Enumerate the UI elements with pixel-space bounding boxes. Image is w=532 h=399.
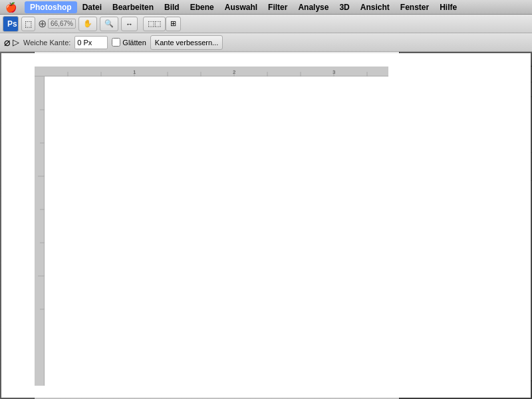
main-area: T — [0, 52, 532, 399]
smooth-checkbox-label[interactable]: Glätten — [112, 38, 146, 47]
layer-row-farbfullung[interactable]: 👁 Farbfüllung 1 — [400, 125, 532, 153]
edge-input[interactable] — [74, 36, 108, 49]
menu-photoshop[interactable]: Photoshop — [25, 1, 77, 13]
menu-bearbeiten[interactable]: Bearbeiten — [107, 1, 159, 13]
ruler-top: 1 2 3 — [35, 66, 388, 76]
menu-bar: 🍎 Photoshop Datei Bearbeiten Bild Ebene … — [0, 0, 532, 15]
options-bar: Ps ⬚ ⊕ 66,67% ✋ 🔍 ↔ ⬚⬚ ⊞ — [0, 15, 532, 33]
layout-btn2[interactable]: ⊞ — [166, 17, 181, 31]
menu-bild[interactable]: Bild — [159, 1, 185, 13]
layout-btn[interactable]: ⬚⬚ — [143, 17, 166, 31]
zoom-tool[interactable]: 🔍 — [100, 17, 118, 31]
zoom-display: 66,67% — [48, 19, 76, 29]
ruler-left — [35, 76, 45, 386]
tool-mode-icon: ▷ — [13, 37, 19, 47]
extra-btn[interactable]: ↔ — [121, 17, 138, 31]
second-bar: ⌀ ▷ Weiche Kante: Glätten Kante verbesse… — [0, 33, 532, 52]
lasso-tool-icon: ⌀ — [4, 36, 11, 49]
layer-thumb-farbfullung — [416, 130, 434, 148]
ps-logo-btn[interactable]: Ps — [3, 16, 19, 32]
menu-ebene[interactable]: Ebene — [185, 1, 219, 13]
smooth-checkbox[interactable] — [112, 38, 120, 47]
layers-list: 👁 Ebene 2 👁 Farbfüllung 1 👁 — [400, 97, 532, 380]
svg-text:2: 2 — [233, 69, 236, 75]
menu-datei[interactable]: Datei — [77, 1, 107, 13]
layers-panel: Ebenen ☰ Normal Multiplizieren Abdunkeln… — [400, 52, 532, 399]
svg-text:3: 3 — [332, 69, 336, 75]
menu-hilfe[interactable]: Hilfe — [434, 1, 462, 13]
panels-area: Ebenen ☰ Normal Multiplizieren Abdunkeln… — [399, 52, 532, 399]
improve-btn[interactable]: Kante verbessern... — [150, 35, 223, 50]
menu-3d[interactable]: 3D — [334, 1, 354, 13]
menu-ansicht[interactable]: Ansicht — [355, 1, 395, 13]
apple-menu[interactable]: 🍎 — [5, 2, 17, 13]
menu-fenster[interactable]: Fenster — [395, 1, 434, 13]
menu-analyse[interactable]: Analyse — [293, 1, 334, 13]
edge-label: Weiche Kante: — [23, 39, 70, 47]
menu-auswahl[interactable]: Auswahl — [219, 1, 263, 13]
menu-filter[interactable]: Filter — [263, 1, 293, 13]
hand-tool[interactable]: ✋ — [78, 17, 97, 31]
tool-option-btn[interactable]: ⬚ — [21, 17, 35, 31]
svg-text:1: 1 — [133, 69, 136, 75]
